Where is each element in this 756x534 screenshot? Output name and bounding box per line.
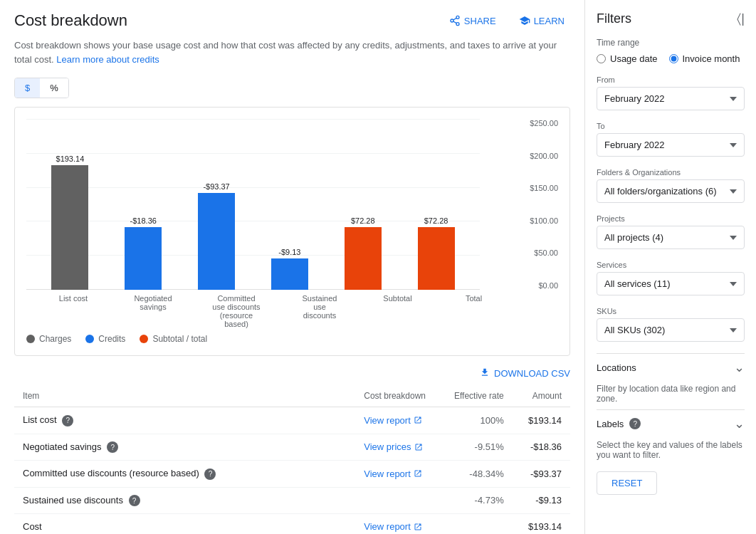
x-label-committed: Committed use discounts (resource based) xyxy=(211,294,261,328)
view-report-link-1[interactable]: View report xyxy=(364,415,431,426)
y-axis: $250.00 $200.00 $150.00 $100.00 $50.00 $… xyxy=(519,119,558,290)
invoice-month-input[interactable] xyxy=(669,54,678,63)
skus-select[interactable]: All SKUs (302) xyxy=(597,318,745,342)
amount-cell: -$93.37 xyxy=(513,461,570,488)
x-label-sustained: Sustained use discounts xyxy=(298,294,341,328)
cost-breakdown-cell xyxy=(355,487,440,514)
services-select[interactable]: All services (11) xyxy=(597,272,745,295)
help-icon[interactable]: ? xyxy=(129,495,140,506)
time-range-section: Time range Usage date Invoice month xyxy=(597,38,745,64)
effective-rate-cell: -4.73% xyxy=(441,487,513,514)
invoice-month-radio[interactable]: Invoice month xyxy=(669,53,740,64)
labels-title: Labels xyxy=(597,419,624,429)
y-label-250: $250.00 xyxy=(519,119,558,127)
skus-label: SKUs xyxy=(597,307,745,315)
locations-chevron: ⌄ xyxy=(734,360,745,375)
y-label-100: $100.00 xyxy=(519,216,558,225)
learn-icon xyxy=(519,15,530,26)
legend-credits: Credits xyxy=(85,334,125,344)
view-prices-link[interactable]: View prices xyxy=(364,441,431,452)
chart-container: $193.14 -$18.36 -$93.37 -$ xyxy=(14,107,570,356)
projects-select[interactable]: All projects (4) xyxy=(597,226,745,249)
labels-help-icon[interactable]: ? xyxy=(629,418,641,429)
help-icon[interactable]: ? xyxy=(107,441,118,453)
to-label: To xyxy=(597,122,745,130)
x-label-subtotal: Subtotal xyxy=(378,294,417,328)
col-effective-rate: Effective rate xyxy=(441,385,513,407)
item-cell: List cost ? xyxy=(14,407,355,434)
labels-chevron: ⌄ xyxy=(734,416,745,431)
bar-charges xyxy=(51,165,88,290)
from-label: From xyxy=(597,75,745,84)
credits-dot xyxy=(85,335,94,343)
invoice-month-label: Invoice month xyxy=(683,53,740,64)
svg-line-4 xyxy=(453,18,457,20)
bars-wrapper: $193.14 -$18.36 -$93.37 -$ xyxy=(26,119,480,290)
table-row: Cost View report $193.14 xyxy=(14,514,570,535)
x-label-list: List cost xyxy=(52,294,95,328)
item-cell: Negotiated savings ? xyxy=(14,434,355,461)
usage-date-label: Usage date xyxy=(610,53,658,64)
bar-negotiated: -$18.36 xyxy=(125,216,162,290)
download-row: DOWNLOAD CSV xyxy=(14,367,570,379)
locations-description: Filter by location data like region and … xyxy=(597,381,745,409)
filters-sidebar: Filters 〈| Time range Usage date Invoice… xyxy=(585,0,756,534)
learn-more-link[interactable]: Learn more about credits xyxy=(56,54,159,65)
reset-button[interactable]: RESET xyxy=(597,471,657,495)
help-icon[interactable]: ? xyxy=(204,468,216,480)
amount-cell: -$18.36 xyxy=(513,434,570,461)
dollar-toggle[interactable]: $ xyxy=(15,78,40,98)
to-select[interactable]: February 2022 xyxy=(597,133,745,157)
download-label: DOWNLOAD CSV xyxy=(494,368,570,379)
usage-date-input[interactable] xyxy=(597,54,606,63)
time-range-radio-group: Usage date Invoice month xyxy=(597,53,745,64)
services-dropdown: Services All services (11) xyxy=(597,261,745,295)
filters-title: Filters xyxy=(597,11,631,26)
percent-toggle[interactable]: % xyxy=(40,78,68,98)
amount-cell: $193.14 xyxy=(513,407,570,434)
bar-subtotal-bar xyxy=(345,227,382,290)
y-label-0: $0.00 xyxy=(519,281,558,290)
svg-line-3 xyxy=(453,21,457,23)
bar-total: $72.28 xyxy=(418,216,455,290)
help-icon[interactable]: ? xyxy=(62,415,73,426)
usage-date-radio[interactable]: Usage date xyxy=(597,53,658,64)
svg-point-0 xyxy=(456,16,459,19)
from-select[interactable]: February 2022 xyxy=(597,87,745,110)
view-report-link-5[interactable]: View report xyxy=(364,521,431,532)
locations-title: Locations xyxy=(597,362,636,373)
bar-committed: -$93.37 xyxy=(198,182,235,290)
folders-select[interactable]: All folders/organizations (6) xyxy=(597,179,745,203)
skus-dropdown: SKUs All SKUs (302) xyxy=(597,307,745,342)
page-header: Cost breakdown SHARE LEARN xyxy=(14,11,570,30)
view-report-link-3[interactable]: View report xyxy=(364,468,431,479)
projects-label: Projects xyxy=(597,214,745,223)
share-icon xyxy=(449,15,461,26)
bar-total-bar xyxy=(418,227,455,290)
amount-cell: $193.14 xyxy=(513,514,570,535)
item-cell: Committed use discounts (resource based)… xyxy=(14,461,355,488)
bar-subtotal: $72.28 xyxy=(345,216,382,290)
bar-committed-bar xyxy=(198,193,235,290)
labels-collapsible[interactable]: Labels ? ⌄ xyxy=(597,409,745,437)
folders-dropdown: Folders & Organizations All folders/orga… xyxy=(597,168,745,203)
legend-subtotal: Subtotal / total xyxy=(140,334,207,344)
subtotal-dot xyxy=(140,335,148,343)
table-header-row: Item Cost breakdown Effective rate Amoun… xyxy=(14,385,570,407)
learn-button[interactable]: LEARN xyxy=(513,12,570,29)
share-button[interactable]: SHARE xyxy=(443,12,502,29)
table-row: Negotiated savings ? View prices -9.51% … xyxy=(14,434,570,461)
learn-label: LEARN xyxy=(534,16,565,26)
download-csv-button[interactable]: DOWNLOAD CSV xyxy=(480,367,570,379)
folders-label: Folders & Organizations xyxy=(597,168,745,177)
bar-list-cost: $193.14 xyxy=(51,155,88,290)
to-dropdown: To February 2022 xyxy=(597,122,745,157)
cost-breakdown-cell: View prices xyxy=(355,434,440,461)
locations-collapsible[interactable]: Locations ⌄ xyxy=(597,353,745,381)
bar-sustained: -$9.13 xyxy=(271,248,308,290)
x-label-negotiated: Negotiated savings xyxy=(132,294,174,328)
item-cell: Cost xyxy=(14,514,355,535)
table-row: List cost ? View report 100% $193.14 xyxy=(14,407,570,434)
collapse-button[interactable]: 〈| xyxy=(737,11,745,26)
y-label-150: $150.00 xyxy=(519,184,558,192)
